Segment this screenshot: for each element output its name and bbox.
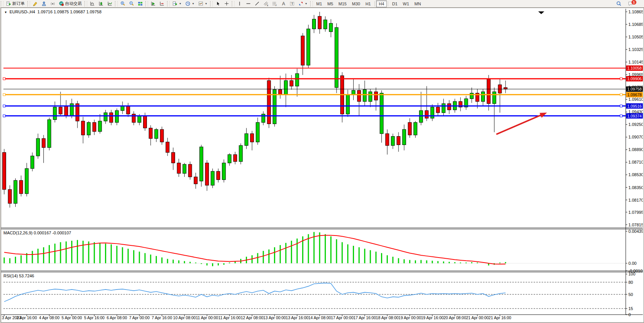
trendline-icon [255,1,260,6]
svg-text:50: 50 [628,292,633,297]
new-order-button-label: 新订单 [12,1,25,6]
svg-text:1.08170: 1.08170 [628,198,643,202]
svg-text:0.004393: 0.004393 [628,229,643,234]
styler-icon [33,1,38,6]
timeframe-h4[interactable]: H4 [376,0,387,7]
cursor-button[interactable] [214,0,222,7]
svg-text:1.09516: 1.09516 [627,104,642,108]
chart-window: ▼EURUSD-,H4 1.09716 1.09875 1.09687 1.09… [1,8,644,323]
bar-chart-button[interactable] [88,0,97,7]
candles [3,12,507,208]
svg-text:7 Apr 00:00: 7 Apr 00:00 [129,315,150,320]
line-handle[interactable] [620,105,622,107]
svg-text:1.07815: 1.07815 [628,223,643,227]
timeframe-h1[interactable]: H1 [363,0,373,7]
svg-text:0.00: 0.00 [628,261,636,266]
trendline-button[interactable] [253,0,261,7]
horizontal-lines[interactable] [3,68,626,117]
templates-icon [198,1,203,6]
timeframe-m15[interactable]: M15 [336,0,349,7]
svg-text:14 Apr 08:00: 14 Apr 08:00 [308,315,331,320]
line-handle[interactable] [620,78,622,80]
svg-text:17 Apr 16:00: 17 Apr 16:00 [353,315,376,320]
toolbar-grip [167,1,170,6]
candlestick-chart-button[interactable] [97,0,105,7]
auto-scroll-button[interactable] [149,0,158,7]
broadcast-button[interactable] [48,0,57,7]
text-label-button[interactable]: T [288,0,296,7]
line-handle[interactable] [620,94,622,96]
profile-button[interactable] [40,0,48,7]
indicators-button[interactable]: ▼ [171,0,183,7]
vertical-line-icon [237,1,242,6]
svg-text:7 Apr 16:00: 7 Apr 16:00 [152,315,172,320]
macd-panel: 0.0043930.00-0.001021 [3,229,643,273]
vertical-line-button[interactable] [235,0,244,7]
date-axis[interactable]: 3 Apr 20233 Apr 16:004 Apr 08:005 Apr 00… [1,315,643,320]
tile-windows-button[interactable] [136,0,145,7]
line-handle[interactable] [620,115,622,117]
line-handle[interactable] [3,78,5,80]
fibonacci-button[interactable]: F [270,0,279,7]
chart-canvas[interactable]: 1.108651.106851.105051.103251.101451.099… [1,8,643,321]
periods-icon [185,1,190,6]
styler-button[interactable] [31,0,40,7]
notifications-button[interactable]: 1 [626,0,641,7]
templates-button[interactable]: ▼ [196,0,209,7]
timeframe-w1[interactable]: W1 [400,0,412,7]
line-chart-button[interactable] [105,0,114,7]
shift-marker-icon[interactable] [538,11,544,14]
svg-text:5 Apr 16:00: 5 Apr 16:00 [84,315,105,320]
text-button[interactable]: A [279,0,288,7]
chevron-down-icon: ▼ [305,2,308,5]
line-handle[interactable] [3,105,5,107]
bar-chart-icon [90,1,95,6]
autotrading-button[interactable]: 自动交易 [57,0,84,7]
svg-text:20 Apr 08:00: 20 Apr 08:00 [443,315,466,320]
svg-text:1.10058: 1.10058 [627,66,642,70]
toolbar-grip [84,1,87,6]
timeframe-m1[interactable]: M1 [314,0,325,7]
svg-text:13 Apr 16:00: 13 Apr 16:00 [286,315,309,320]
search-button[interactable] [614,0,623,7]
timeframe-mn[interactable]: MN [412,0,424,7]
svg-text:1.09070: 1.09070 [628,135,643,139]
horizontal-line-icon [246,1,251,6]
toolbar-group [209,0,231,7]
zoom-in-button[interactable] [118,0,127,7]
timeframe-m30[interactable]: M30 [349,0,363,7]
tile-windows-icon [138,1,143,6]
timeframe-d1[interactable]: D1 [389,0,400,7]
periods-button[interactable]: ▼ [183,0,196,7]
line-handle[interactable] [3,94,5,96]
svg-text:1.08350: 1.08350 [628,185,643,190]
svg-text:11 Apr 00:00: 11 Apr 00:00 [196,315,218,320]
chart-shift-button[interactable] [158,0,166,7]
autotrading-icon [59,1,64,6]
rsi-panel: 1008050150 [3,272,635,317]
line-handle[interactable] [3,115,5,117]
svg-text:1.09610: 1.09610 [628,97,643,102]
crosshair-button[interactable] [222,0,231,7]
line-chart-icon [107,1,112,6]
zoom-out-button[interactable] [127,0,136,7]
chart-shift-icon [159,1,164,6]
chevron-down-icon: ▼ [205,2,207,5]
svg-text:1.10145: 1.10145 [628,60,643,64]
svg-text:1.10325: 1.10325 [628,47,643,52]
svg-text:21 Apr 16:00: 21 Apr 16:00 [489,315,512,320]
svg-text:12 Apr 08:00: 12 Apr 08:00 [241,315,263,320]
chevron-down-icon: ▼ [179,2,182,5]
horizontal-line-button[interactable] [244,0,253,7]
channel-button[interactable]: E [261,0,270,7]
svg-text:19 Apr 00:00: 19 Apr 00:00 [399,315,421,320]
auto-scroll-icon [151,1,156,6]
svg-text:1.09758: 1.09758 [627,87,642,91]
svg-text:1.09906: 1.09906 [627,76,642,81]
channel-icon: E [263,1,268,6]
arrows-button[interactable]: ▼ [296,0,309,7]
crosshair-icon [224,1,229,6]
new-order-button[interactable]: 新订单 [4,0,27,7]
timeframe-m5[interactable]: M5 [325,0,336,7]
toolbar-grip [27,1,30,6]
